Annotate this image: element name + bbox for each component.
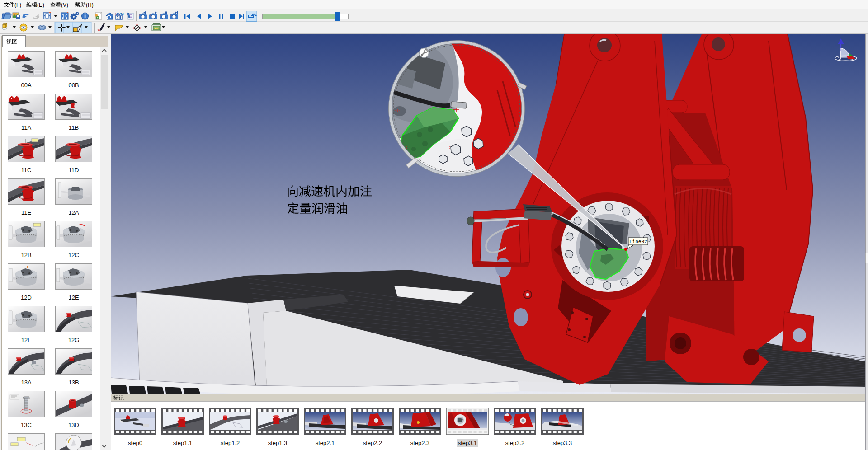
svg-text:(E): (E) (37, 2, 44, 8)
svg-text:(H): (H) (86, 2, 94, 8)
svg-text:(V): (V) (61, 2, 68, 8)
svg-text:Line02: Line02 (629, 239, 647, 244)
svg-text:(F): (F) (14, 2, 21, 8)
